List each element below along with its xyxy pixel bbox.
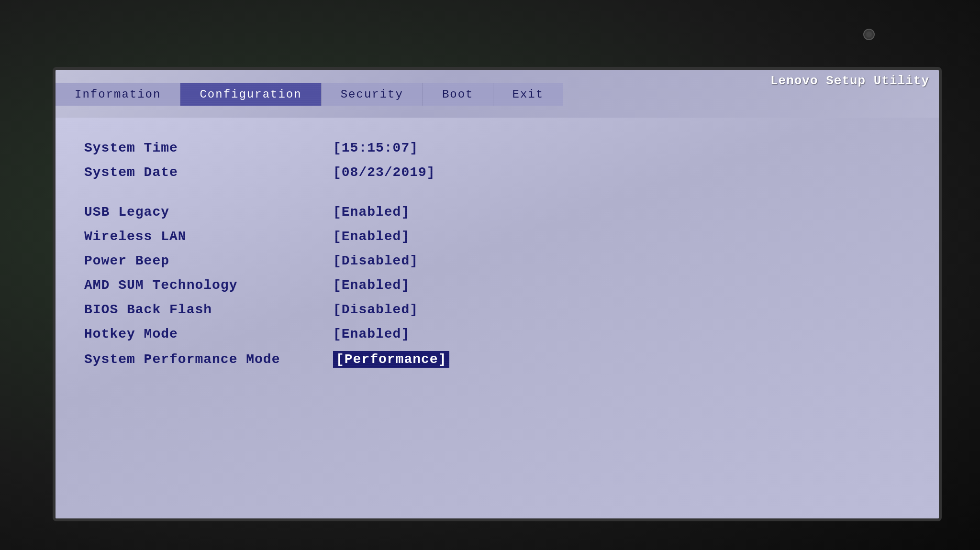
settings-row-power-beep: Power Beep[Disabled]: [84, 250, 910, 272]
setting-label-hotkey-mode: Hotkey Mode: [84, 327, 333, 341]
setting-value-usb-legacy: [Enabled]: [333, 205, 410, 220]
menu-item-configuration[interactable]: Configuration: [180, 83, 321, 106]
setting-value-wireless-lan: [Enabled]: [333, 229, 410, 244]
setting-label-system-time: System Time: [84, 141, 333, 155]
menu-item-boot[interactable]: Boot: [423, 83, 493, 106]
settings-spacer: [84, 186, 910, 199]
screen-inner: Lenovo Setup Utility InformationConfigur…: [56, 70, 939, 518]
camera-dot: [863, 29, 875, 40]
content-area: System Time[15:15:07]System Date[08/23/2…: [56, 118, 939, 518]
menu-item-information[interactable]: Information: [56, 83, 180, 106]
setting-label-bios-back-flash: BIOS Back Flash: [84, 302, 333, 317]
screen-outer: Lenovo Setup Utility InformationConfigur…: [53, 67, 942, 521]
setting-value-hotkey-mode: [Enabled]: [333, 327, 410, 341]
settings-row-usb-legacy: USB Legacy[Enabled]: [84, 201, 910, 223]
settings-row-system-time: System Time[15:15:07]: [84, 137, 910, 159]
settings-row-amd-sum-technology: AMD SUM Technology[Enabled]: [84, 274, 910, 297]
settings-row-hotkey-mode: Hotkey Mode[Enabled]: [84, 323, 910, 345]
setting-label-system-date: System Date: [84, 165, 333, 180]
setting-label-amd-sum-technology: AMD SUM Technology: [84, 278, 333, 293]
settings-table: System Time[15:15:07]System Date[08/23/2…: [84, 137, 910, 372]
settings-row-wireless-lan: Wireless LAN[Enabled]: [84, 225, 910, 248]
setting-value-power-beep: [Disabled]: [333, 253, 418, 268]
setting-value-amd-sum-technology: [Enabled]: [333, 278, 410, 293]
menu-item-exit[interactable]: Exit: [493, 83, 564, 106]
settings-row-system-performance-mode[interactable]: System Performance Mode[Performance]: [84, 347, 910, 372]
setting-label-wireless-lan: Wireless LAN: [84, 229, 333, 244]
menu-item-security[interactable]: Security: [322, 83, 423, 106]
menu-bar: InformationConfigurationSecurityBootExit: [56, 83, 939, 106]
setting-value-system-time: [15:15:07]: [333, 141, 418, 155]
setting-label-system-performance-mode: System Performance Mode: [84, 352, 333, 367]
settings-row-bios-back-flash: BIOS Back Flash[Disabled]: [84, 298, 910, 321]
setting-label-power-beep: Power Beep: [84, 253, 333, 268]
setting-value-system-date: [08/23/2019]: [333, 165, 435, 180]
setting-label-usb-legacy: USB Legacy: [84, 205, 333, 220]
setting-value-bios-back-flash: [Disabled]: [333, 302, 418, 317]
setting-value-system-performance-mode[interactable]: [Performance]: [333, 351, 449, 368]
settings-row-system-date: System Date[08/23/2019]: [84, 161, 910, 184]
